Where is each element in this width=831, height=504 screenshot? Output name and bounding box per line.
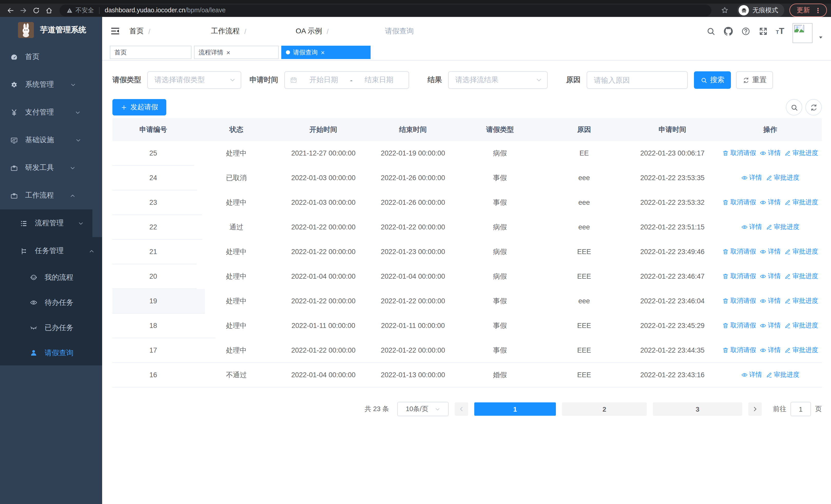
approval-progress-link[interactable]: 审批进度 xyxy=(766,370,799,379)
detail-link[interactable]: 详情 xyxy=(760,272,781,281)
create-leave-button[interactable]: 发起请假 xyxy=(112,99,166,116)
back-button[interactable] xyxy=(4,4,17,17)
forward-button[interactable] xyxy=(17,4,30,17)
search-button[interactable]: 搜索 xyxy=(694,71,731,89)
cell-apply-id: 16 xyxy=(112,371,194,379)
yen-icon xyxy=(10,109,18,116)
caret-down-icon[interactable] xyxy=(818,35,823,40)
detail-link[interactable]: 详情 xyxy=(760,198,781,207)
eye-icon xyxy=(741,224,748,231)
detail-link[interactable]: 详情 xyxy=(741,223,762,232)
cancel-leave-link[interactable]: 取消请假 xyxy=(722,297,756,305)
sidebar-item[interactable]: 支付管理 xyxy=(0,98,89,126)
breadcrumb-item: 首页 / xyxy=(130,26,211,36)
detail-link[interactable]: 详情 xyxy=(760,149,781,157)
approval-progress-link[interactable]: 审批进度 xyxy=(784,198,818,207)
page-number-button[interactable]: 1 xyxy=(474,403,556,416)
view-tab[interactable]: 流程详情 × xyxy=(194,46,279,59)
eye-icon xyxy=(760,150,766,156)
sidebar-item[interactable]: 研发工具 xyxy=(0,154,84,182)
cancel-leave-link[interactable]: 取消请假 xyxy=(722,198,756,207)
cell-reason: EEE xyxy=(542,322,626,329)
approval-progress-link[interactable]: 审批进度 xyxy=(784,272,818,281)
next-page-button[interactable] xyxy=(748,403,762,416)
home-button[interactable] xyxy=(42,4,55,17)
cell-status: 处理中 xyxy=(194,149,279,158)
sidebar-item[interactable]: 系统管理 xyxy=(0,71,85,98)
font-size-icon[interactable]: TT xyxy=(776,26,784,36)
approval-progress-link[interactable]: 审批进度 xyxy=(784,297,818,305)
url-bar[interactable]: 不安全 dashboard.yudao.iocoder.cn /bpm/oa/l… xyxy=(60,4,711,16)
bookmark-button[interactable] xyxy=(721,6,729,14)
sidebar-item[interactable]: 流程管理 xyxy=(0,209,92,237)
leave-type-select[interactable]: 请选择请假类型 xyxy=(147,71,241,89)
close-icon[interactable]: × xyxy=(226,49,230,56)
chevron-down-icon xyxy=(70,82,76,88)
sidebar-item-label: 任务管理 xyxy=(35,246,64,256)
detail-link[interactable]: 详情 xyxy=(760,321,781,330)
approval-progress-link[interactable]: 审批进度 xyxy=(784,321,818,330)
cancel-leave-link[interactable]: 取消请假 xyxy=(722,321,756,330)
reset-button[interactable]: 重置 xyxy=(736,71,773,89)
apply-time-range-picker[interactable]: 开始日期 - 结束日期 xyxy=(284,71,409,89)
breadcrumb-link[interactable]: OA 示例 xyxy=(296,26,322,36)
page-number-button[interactable]: 3 xyxy=(653,403,742,416)
sidebar-item[interactable]: 基础设施 xyxy=(0,126,90,154)
refresh-table-button[interactable] xyxy=(805,99,822,116)
column-header: 操作 xyxy=(719,125,822,134)
view-tab[interactable]: 请假查询 × xyxy=(281,46,371,59)
sidebar-item[interactable]: 请假查询 xyxy=(0,340,102,365)
prev-page-button[interactable] xyxy=(455,403,468,416)
search-icon[interactable] xyxy=(706,26,715,36)
detail-link[interactable]: 详情 xyxy=(760,346,781,355)
pen-icon xyxy=(766,224,772,231)
goto-page-input[interactable] xyxy=(791,402,811,416)
security-indicator[interactable]: 不安全 xyxy=(66,6,94,14)
user-avatar[interactable] xyxy=(793,23,812,43)
result-select[interactable]: 请选择流结果 xyxy=(448,71,548,89)
cancel-leave-link[interactable]: 取消请假 xyxy=(722,247,756,256)
reload-button[interactable] xyxy=(30,4,42,17)
detail-link[interactable]: 详情 xyxy=(760,247,781,256)
toggle-search-button[interactable] xyxy=(786,99,802,116)
collapse-sidebar-icon[interactable] xyxy=(110,26,120,36)
sidebar-item[interactable]: 首页 xyxy=(0,43,82,71)
fullscreen-icon[interactable] xyxy=(758,26,768,36)
update-button[interactable]: 更新 ⋮ xyxy=(790,4,827,17)
sidebar-logo[interactable]: 芋道管理系统 xyxy=(0,17,102,43)
view-tab[interactable]: 首页 xyxy=(110,46,192,59)
page-size-select[interactable]: 10条/页 xyxy=(397,402,449,416)
page-unit-label: 页 xyxy=(815,405,822,414)
approval-progress-link[interactable]: 审批进度 xyxy=(784,247,818,256)
breadcrumb-item: OA 示例 / xyxy=(296,26,385,36)
github-icon[interactable] xyxy=(723,26,733,36)
sidebar-item-label: 请假查询 xyxy=(45,348,74,357)
sidebar-item[interactable]: 已办任务 xyxy=(0,315,102,340)
detail-link[interactable]: 详情 xyxy=(760,297,781,305)
cancel-leave-link[interactable]: 取消请假 xyxy=(722,346,756,355)
chevron-down-icon xyxy=(434,406,440,412)
breadcrumb-link[interactable]: 工作流程 xyxy=(211,26,240,36)
sidebar-item[interactable]: 任务管理 xyxy=(0,237,103,265)
reason-input[interactable] xyxy=(587,71,688,89)
help-icon[interactable] xyxy=(741,26,750,36)
approval-progress-link[interactable]: 审批进度 xyxy=(766,174,799,182)
cancel-leave-link[interactable]: 取消请假 xyxy=(722,149,756,157)
sidebar-item[interactable]: 我的流程 xyxy=(0,265,102,290)
approval-progress-link[interactable]: 审批进度 xyxy=(784,346,818,355)
approval-progress-link[interactable]: 审批进度 xyxy=(766,223,799,232)
sidebar-item[interactable]: 待办任务 xyxy=(0,290,102,315)
sidebar-item-label: 系统管理 xyxy=(25,80,54,89)
breadcrumb-link[interactable]: 首页 xyxy=(130,26,144,36)
filter-form: 请假类型 请选择请假类型 申请时间 开始日期 - 结束日期 结果 请选择流结果 xyxy=(112,71,822,89)
detail-link[interactable]: 详情 xyxy=(741,370,762,379)
detail-link[interactable]: 详情 xyxy=(741,174,762,182)
breadcrumb-link[interactable]: 请假查询 xyxy=(385,26,414,36)
cell-apply-id: 23 xyxy=(112,199,194,206)
approval-progress-link[interactable]: 审批进度 xyxy=(784,149,818,157)
cancel-leave-link[interactable]: 取消请假 xyxy=(722,272,756,281)
sidebar-item-label: 支付管理 xyxy=(25,108,54,117)
page-number-button[interactable]: 2 xyxy=(562,403,647,416)
close-icon[interactable]: × xyxy=(321,49,325,56)
sidebar-item[interactable]: 工作流程 xyxy=(0,182,84,209)
